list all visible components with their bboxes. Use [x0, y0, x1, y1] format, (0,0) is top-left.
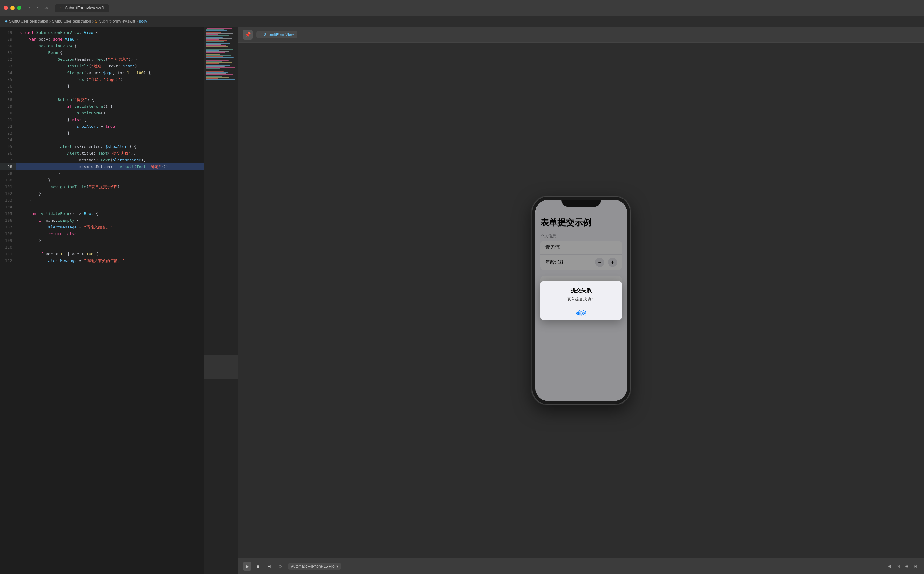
- device-list-button[interactable]: ⊞: [265, 562, 273, 571]
- stop-button[interactable]: ■: [254, 562, 262, 571]
- code-line-95[interactable]: .alert(isPresented: $showAlert) {: [16, 144, 204, 150]
- code-line-92[interactable]: showAlert = true: [16, 123, 204, 130]
- tab-label: SubmitFormView.swift: [65, 5, 104, 10]
- code-line-99[interactable]: }: [16, 170, 204, 177]
- code-line-89[interactable]: if validateForm() {: [16, 103, 204, 110]
- code-line-81[interactable]: Form {: [16, 49, 204, 56]
- mini-line: [206, 51, 229, 52]
- line-97: 97: [0, 157, 16, 164]
- breadcrumb-item-2[interactable]: SwiftUIUserRegistration: [52, 19, 91, 24]
- mini-line: [206, 34, 218, 35]
- breadcrumb: ◆ SwiftUIUserRegistration › SwiftUIUserR…: [0, 16, 924, 27]
- ios-alert-title: 提交失败: [545, 287, 618, 294]
- line-107: 107: [0, 224, 16, 230]
- code-line-82[interactable]: Section(header: Text("个人信息")) {: [16, 56, 204, 63]
- file-tab[interactable]: S SubmitFormView.swift: [55, 4, 109, 12]
- close-btn[interactable]: [4, 6, 8, 10]
- code-line-84[interactable]: Stepper(value: $age, in: 1...100) {: [16, 69, 204, 76]
- code-line-83[interactable]: TextField("姓名", text: $name): [16, 63, 204, 69]
- preview-file-tab[interactable]: □ SubmitFormView: [256, 31, 297, 38]
- mini-line: [206, 47, 223, 49]
- code-line-108[interactable]: return false: [16, 230, 204, 237]
- minimap-viewport[interactable]: [204, 355, 238, 379]
- zoom-fit-button[interactable]: ⊡: [895, 563, 902, 570]
- line-79: 79: [0, 36, 16, 43]
- mini-line: [207, 28, 232, 29]
- code-line-86[interactable]: }: [16, 83, 204, 90]
- mini-line: [206, 71, 224, 72]
- line-87: 87: [0, 90, 16, 96]
- code-line-107[interactable]: alertMessage = "请输入姓名。": [16, 224, 204, 230]
- line-109: 109: [0, 237, 16, 244]
- code-line-112[interactable]: alertMessage = "请输入有效的年龄。": [16, 257, 204, 264]
- code-line-103[interactable]: }: [16, 197, 204, 204]
- code-line-69[interactable]: struct SubmissionFormView: View {: [16, 29, 204, 36]
- minimap-content: [204, 27, 238, 82]
- device-selector[interactable]: Automatic – iPhone 15 Pro ▾: [288, 563, 341, 570]
- breadcrumb-item-1[interactable]: ◆ SwiftUIUserRegistration: [5, 19, 48, 24]
- pin-button[interactable]: 📌: [243, 30, 253, 39]
- line-110: 110: [0, 244, 16, 251]
- zoom-in-button[interactable]: ⊕: [903, 563, 911, 570]
- line-105: 105: [0, 210, 16, 217]
- line-112: 112: [0, 257, 16, 264]
- code-line-102[interactable]: }: [16, 190, 204, 197]
- breadcrumb-sep-3: ›: [136, 19, 138, 24]
- code-line-85[interactable]: Text("年龄: \(age)"): [16, 76, 204, 83]
- mini-line: [206, 78, 218, 79]
- line-89: 89: [0, 103, 16, 110]
- code-line-90[interactable]: submitForm(): [16, 110, 204, 117]
- code-line-101[interactable]: .navigationTitle("表单提交示例"): [16, 184, 204, 190]
- zoom-actual-button[interactable]: ⊟: [912, 563, 919, 570]
- code-line-91[interactable]: } else {: [16, 117, 204, 123]
- line-88: 88: [0, 96, 16, 103]
- breadcrumb-item-4[interactable]: body: [139, 19, 147, 24]
- minimize-btn[interactable]: [10, 6, 15, 10]
- zoom-out-button[interactable]: ⊖: [886, 563, 894, 570]
- preview-content: 表单提交示例 个人信息 壹刀流: [238, 43, 924, 558]
- code-line-97[interactable]: message: Text(alertMessage),: [16, 157, 204, 164]
- run-button[interactable]: ▶: [243, 562, 251, 571]
- code-line-98[interactable]: dismissButton: .default(Text("确定"))): [16, 164, 204, 170]
- code-line-88[interactable]: Button("提交") {: [16, 96, 204, 103]
- forward-button[interactable]: ›: [35, 5, 41, 11]
- code-lines: struct SubmissionFormView: View { var bo…: [16, 27, 204, 574]
- code-editor: 69 79 80 81 82 83 84 85 86 87 88 89 90 9…: [0, 27, 238, 574]
- minimap: [204, 27, 238, 574]
- run-icon: ▶: [246, 564, 249, 569]
- back-button[interactable]: ‹: [26, 5, 32, 11]
- code-line-109[interactable]: }: [16, 237, 204, 244]
- code-line-105[interactable]: func validateForm() -> Bool {: [16, 210, 204, 217]
- breadcrumb-sep-1: ›: [49, 19, 50, 24]
- mini-line: [206, 57, 234, 58]
- mini-line: [206, 54, 220, 55]
- code-line-96[interactable]: Alert(title: Text("提交失败"),: [16, 150, 204, 157]
- inspect-button[interactable]: ⊙: [276, 562, 284, 571]
- mini-line: [206, 43, 230, 44]
- code-line-80[interactable]: NavigationView {: [16, 43, 204, 49]
- code-line-87[interactable]: }: [16, 90, 204, 96]
- preview-file-name: SubmitFormView: [264, 32, 294, 37]
- ios-alert-ok-button[interactable]: 确定: [540, 306, 622, 320]
- chevron-down-icon: ▾: [336, 564, 338, 569]
- breadcrumb-sep-2: ›: [92, 19, 94, 24]
- jump-button[interactable]: ⇥: [43, 5, 49, 11]
- code-line-94[interactable]: }: [16, 137, 204, 144]
- code-line-111[interactable]: if age < 1 || age > 100 {: [16, 251, 204, 257]
- line-94: 94: [0, 137, 16, 144]
- mini-line: [206, 49, 233, 50]
- line-81: 81: [0, 49, 16, 56]
- line-101: 101: [0, 184, 16, 190]
- maximize-btn[interactable]: [17, 6, 21, 10]
- code-line-79[interactable]: var body: some View {: [16, 36, 204, 43]
- code-line-106[interactable]: if name.isEmpty {: [16, 217, 204, 224]
- preview-bottom-bar: ▶ ■ ⊞ ⊙ Automatic – iPhone 15 Pro ▾ ⊖ ⊡ …: [238, 558, 924, 574]
- line-111: 111: [0, 251, 16, 257]
- code-line-93[interactable]: }: [16, 130, 204, 137]
- code-line-100[interactable]: }: [16, 177, 204, 184]
- mini-line: [206, 65, 230, 66]
- breadcrumb-item-3[interactable]: S SubmitFormView.swift: [95, 19, 135, 24]
- breadcrumb-label-1: SwiftUIUserRegistration: [9, 19, 48, 24]
- mini-line: [206, 46, 228, 47]
- mini-line: [206, 45, 226, 46]
